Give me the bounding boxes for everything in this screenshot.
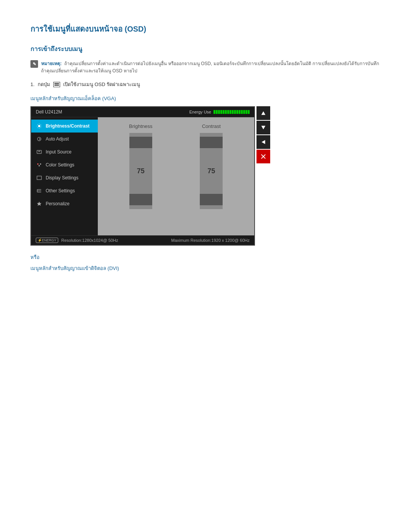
energy-label: Energy Use	[190, 110, 211, 114]
svg-line-8	[41, 124, 41, 125]
sidebar-item-other-settings[interactable]: Other Settings	[31, 184, 98, 197]
note-block: ✎ หมายเหตุ: ถ้าคุณเปลี่ยนการตั้งค่าและดำ…	[30, 60, 381, 74]
osd-wrapper: Dell U2412M Energy Use	[30, 106, 381, 246]
step1-suffix: เปิดใช้งานเมนู OSD รัดฝาเฉพาะเมนู	[63, 80, 140, 88]
brightness-label: Brightness	[129, 123, 152, 129]
star-icon	[36, 200, 43, 207]
vga-label: เมนูหลักสำหรับสัญญาณแอ็คล็อค (VGA)	[30, 94, 381, 102]
color-dots-icon	[36, 161, 43, 168]
energy-bar	[234, 110, 236, 114]
svg-rect-14	[37, 176, 41, 179]
energy-bar	[216, 110, 218, 114]
menu-item-label: Personalize	[46, 201, 70, 206]
energy-bar	[232, 110, 234, 114]
osd-nav-buttons	[256, 106, 270, 164]
osd-footer: ⚡ENERGY Resolution:1280x1024@ 50Hz Maxim…	[31, 235, 254, 245]
nav-down-button[interactable]	[256, 121, 270, 134]
energy-bar	[213, 110, 215, 114]
contrast-slider: Contrast 75	[176, 123, 247, 209]
svg-point-13	[38, 165, 40, 167]
svg-line-4	[41, 128, 41, 128]
menu-item-label: Auto Adjust	[46, 136, 69, 142]
sidebar-item-color-settings[interactable]: Color Settings	[31, 158, 98, 171]
energy-bar	[241, 110, 243, 114]
brightness-thumb-top	[129, 137, 152, 148]
rectangle-icon	[36, 174, 43, 181]
energy-bar	[229, 110, 231, 114]
energy-bar	[236, 110, 238, 114]
svg-line-3	[37, 124, 38, 125]
contrast-track[interactable]: 75	[200, 133, 223, 209]
nav-right-button[interactable]	[256, 135, 270, 149]
menu-item-label: Other Settings	[46, 188, 75, 193]
sidebar-item-personalize[interactable]: Personalize	[31, 197, 98, 210]
contrast-thumb-top	[200, 137, 223, 148]
sidebar-item-brightness-contrast[interactable]: Brightness/Contrast	[31, 120, 98, 133]
contrast-value: 75	[207, 167, 215, 175]
energy-bar	[227, 110, 229, 114]
footer-max-resolution: Maximum Resolution:1920 x 1200@ 60Hz	[171, 238, 250, 243]
osd-energy: Energy Use	[190, 110, 250, 114]
energy-bar	[225, 110, 227, 114]
brightness-value: 75	[137, 167, 145, 175]
section-title: การเข้าถึงระบบเมนู	[30, 44, 381, 54]
footer-resolution: Resolution:1280x1024@ 50Hz	[61, 238, 118, 243]
circle-arrow-icon	[36, 136, 43, 142]
energy-bar	[223, 110, 225, 114]
svg-marker-19	[37, 201, 41, 206]
brightness-thumb-bottom	[129, 194, 152, 205]
osd-footer-left: ⚡ENERGY Resolution:1280x1024@ 50Hz	[36, 238, 118, 243]
sidebar-item-display-settings[interactable]: Display Settings	[31, 171, 98, 184]
svg-point-9	[37, 137, 41, 141]
svg-marker-22	[261, 140, 265, 144]
contrast-label: Contrast	[202, 123, 221, 129]
note-icon: ✎	[30, 60, 38, 68]
menu-item-label: Color Settings	[46, 162, 74, 168]
osd-monitor: Dell U2412M Energy Use	[30, 106, 255, 246]
step1-text: กดปุ่ม	[38, 80, 50, 88]
contrast-thumb-bottom	[200, 194, 223, 205]
or-text: หรือ	[30, 253, 381, 261]
menu-item-label: Input Source	[46, 149, 72, 155]
brightness-track[interactable]: 75	[129, 133, 152, 209]
energy-bar	[248, 110, 250, 114]
lines-icon	[36, 187, 43, 194]
menu-button-icon	[53, 82, 60, 87]
step1-number: 1.	[30, 81, 35, 87]
svg-line-7	[37, 128, 38, 128]
note-content: หมายเหตุ: ถ้าคุณเปลี่ยนการตั้งค่าและดำเน…	[41, 60, 381, 74]
nav-up-button[interactable]	[256, 106, 270, 120]
energy-bar	[243, 110, 245, 114]
menu-item-label: Display Settings	[46, 175, 78, 181]
svg-point-0	[38, 125, 40, 127]
step1: 1. กดปุ่ม เปิดใช้งานเมนู OSD รัดฝาเฉพาะเ…	[30, 80, 381, 88]
energy-bars	[213, 110, 250, 114]
page-title: การใช้เมนูที่แสดงบนหน้าจอ (OSD)	[30, 23, 381, 35]
input-icon	[36, 149, 43, 155]
energy-bar	[245, 110, 247, 114]
brightness-slider: Brightness 75	[105, 123, 176, 209]
osd-content: Brightness 75 Contrast 75	[98, 117, 254, 235]
nav-exit-button[interactable]	[256, 150, 270, 163]
svg-marker-20	[261, 111, 266, 115]
energy-bar	[218, 110, 220, 114]
energy-bar	[239, 110, 241, 114]
energy-logo: ⚡ENERGY	[36, 238, 58, 243]
dvi-label: เมนูหลักสำหรับสัญญาณแข้าดิจิตอล (DVI)	[30, 264, 381, 272]
sidebar-item-input-source[interactable]: Input Source	[31, 145, 98, 158]
osd-footer-right: Maximum Resolution:1920 x 1200@ 60Hz	[171, 238, 250, 243]
osd-model: Dell U2412M	[36, 109, 62, 115]
osd-body: Brightness/Contrast Auto Adjust	[31, 117, 254, 235]
menu-item-label: Brightness/Contrast	[46, 123, 89, 129]
energy-bar	[220, 110, 222, 114]
svg-point-12	[40, 163, 41, 165]
osd-sidebar: Brightness/Contrast Auto Adjust	[31, 117, 98, 235]
note-text: ถ้าคุณเปลี่ยนการตั้งค่าและดำเนินการต่อไป…	[41, 61, 379, 73]
svg-point-11	[37, 163, 39, 165]
sidebar-item-auto-adjust[interactable]: Auto Adjust	[31, 133, 98, 145]
osd-header: Dell U2412M Energy Use	[31, 107, 254, 117]
note-label: หมายเหตุ:	[41, 61, 62, 66]
svg-marker-21	[261, 126, 266, 129]
sun-icon	[36, 123, 43, 129]
